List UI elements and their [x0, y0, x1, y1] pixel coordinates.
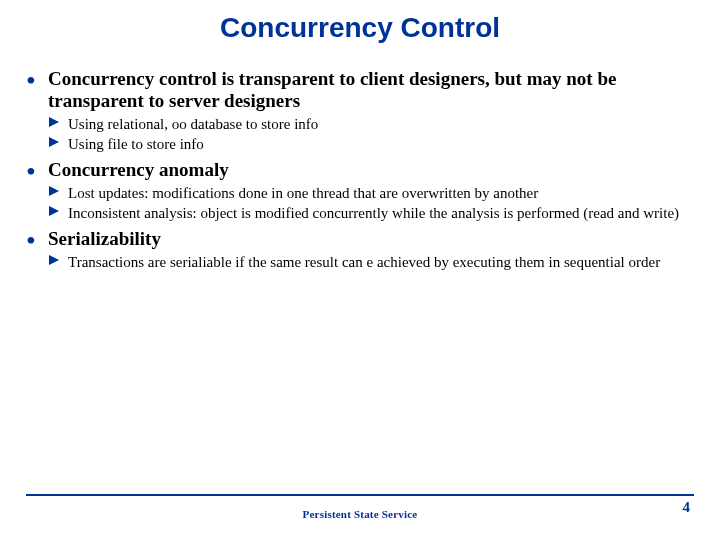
sub-list-item-text: Inconsistent analysis: object is modifie… [68, 204, 679, 222]
bullet-dot-icon: • [26, 68, 48, 90]
footer-divider [26, 494, 694, 496]
sub-list-item-text: Transactions are serialiable if the same… [68, 253, 660, 271]
sub-list-item: Inconsistent analysis: object is modifie… [48, 204, 694, 222]
slide: Concurrency Control • Concurrency contro… [0, 0, 720, 540]
page-number: 4 [683, 499, 691, 516]
sub-list-item: Using relational, oo database to store i… [48, 115, 694, 133]
slide-title: Concurrency Control [0, 12, 720, 44]
svg-marker-2 [49, 186, 59, 196]
list-item-text: Serializability [48, 228, 161, 250]
list-item: • Concurrency anomaly [26, 159, 694, 181]
svg-marker-0 [49, 117, 59, 127]
slide-content: • Concurrency control is transparent to … [26, 62, 694, 271]
arrow-right-icon [48, 135, 68, 148]
sub-list-item-text: Using relational, oo database to store i… [68, 115, 318, 133]
bullet-dot-icon: • [26, 159, 48, 181]
bullet-dot-icon: • [26, 228, 48, 250]
arrow-right-icon [48, 204, 68, 217]
arrow-right-icon [48, 184, 68, 197]
arrow-right-icon [48, 253, 68, 266]
sub-list-item: Using file to store info [48, 135, 694, 153]
arrow-right-icon [48, 115, 68, 128]
list-item-text: Concurrency anomaly [48, 159, 229, 181]
list-item-text: Concurrency control is transparent to cl… [48, 68, 694, 113]
svg-marker-4 [49, 255, 59, 265]
sub-list-item-text: Using file to store info [68, 135, 204, 153]
sub-list-item-text: Lost updates: modifications done in one … [68, 184, 538, 202]
list-item: • Serializability [26, 228, 694, 250]
footer-text: Persistent State Service [0, 508, 720, 520]
svg-marker-1 [49, 137, 59, 147]
sub-list-item: Transactions are serialiable if the same… [48, 253, 694, 271]
sub-list-item: Lost updates: modifications done in one … [48, 184, 694, 202]
list-item: • Concurrency control is transparent to … [26, 68, 694, 113]
svg-marker-3 [49, 206, 59, 216]
